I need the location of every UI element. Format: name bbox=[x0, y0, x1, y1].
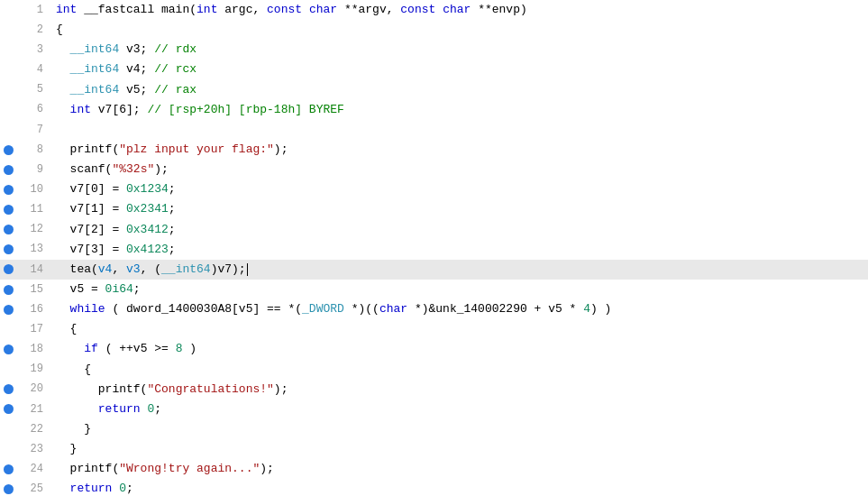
line-number: 3 bbox=[16, 40, 49, 60]
line-row: 25 return 0; bbox=[0, 479, 868, 496]
breakpoint-dot bbox=[4, 205, 14, 215]
line-number: 14 bbox=[16, 260, 49, 280]
token: ; bbox=[169, 202, 176, 216]
line-row: 24 printf("Wrong!try again..."); bbox=[0, 459, 868, 479]
line-number: 4 bbox=[16, 60, 49, 79]
line-number: 13 bbox=[16, 240, 49, 260]
code-line-content: return 0; bbox=[49, 479, 868, 496]
code-editor[interactable]: 1int __fastcall main(int argc, const cha… bbox=[0, 0, 868, 496]
line-row: 22 } bbox=[0, 419, 868, 439]
token: scanf( bbox=[56, 162, 112, 176]
token: **envp) bbox=[471, 3, 526, 16]
code-line-content: while ( dword_1400030A8[v5] == *(_DWORD … bbox=[49, 299, 868, 319]
breakpoint-col bbox=[0, 299, 16, 319]
token: 0x1234 bbox=[126, 182, 169, 196]
breakpoint-dot bbox=[4, 165, 14, 175]
line-number: 6 bbox=[16, 100, 49, 120]
line-row: 6 int v7[6]; // [rsp+20h] [rbp-18h] BYRE… bbox=[0, 100, 868, 120]
code-line-content: return 0; bbox=[49, 400, 868, 419]
line-number: 10 bbox=[16, 179, 49, 199]
line-number: 17 bbox=[16, 319, 49, 339]
breakpoint-col bbox=[0, 40, 16, 60]
token: )v7); bbox=[211, 262, 246, 276]
line-number: 25 bbox=[16, 479, 49, 496]
breakpoint-dot bbox=[4, 244, 14, 254]
breakpoint-dot bbox=[4, 384, 14, 394]
token: ); bbox=[274, 142, 288, 156]
line-number: 2 bbox=[16, 20, 49, 40]
line-row: 19 { bbox=[0, 360, 868, 380]
code-line-content: v7[2] = 0x3412; bbox=[49, 220, 868, 240]
breakpoint-dot bbox=[4, 264, 14, 274]
line-row: 8 printf("plz input your flag:"); bbox=[0, 140, 868, 160]
token: ; bbox=[133, 282, 141, 296]
breakpoint-col bbox=[0, 0, 16, 20]
line-number: 11 bbox=[16, 199, 49, 219]
line-row: 13 v7[3] = 0x4123; bbox=[0, 240, 868, 260]
token: tea( bbox=[56, 262, 98, 276]
code-line-content: printf("Congratulations!"); bbox=[49, 380, 868, 400]
line-number: 7 bbox=[16, 120, 49, 140]
line-row: 21 return 0; bbox=[0, 400, 868, 419]
token bbox=[435, 3, 443, 16]
token: } bbox=[56, 422, 91, 436]
breakpoint-col bbox=[0, 120, 16, 140]
code-line-content: printf("Wrong!try again..."); bbox=[49, 459, 868, 479]
token: __int64 bbox=[56, 83, 119, 96]
line-row: 2{ bbox=[0, 20, 868, 40]
token: *)(( bbox=[344, 302, 379, 316]
token: argc, bbox=[217, 3, 267, 16]
token: return bbox=[98, 402, 141, 416]
line-row: 20 printf("Congratulations!"); bbox=[0, 380, 868, 400]
breakpoint-col bbox=[0, 479, 16, 496]
token: v4 bbox=[98, 262, 113, 276]
token bbox=[56, 402, 98, 416]
token: ); bbox=[154, 162, 169, 176]
token: { bbox=[56, 322, 77, 335]
token: const bbox=[400, 3, 435, 16]
token: ) bbox=[182, 342, 196, 355]
token: 0x2341 bbox=[126, 202, 169, 216]
line-number: 24 bbox=[16, 459, 49, 479]
breakpoint-dot bbox=[4, 305, 14, 315]
line-row: 16 while ( dword_1400030A8[v5] == *(_DWO… bbox=[0, 299, 868, 319]
token: v4; bbox=[119, 62, 154, 76]
code-line-content: { bbox=[49, 360, 868, 380]
line-number: 16 bbox=[16, 299, 49, 319]
code-line-content: scanf("%32s"); bbox=[49, 160, 868, 179]
token: char bbox=[443, 3, 471, 16]
token: ; bbox=[154, 402, 161, 416]
line-number: 20 bbox=[16, 380, 49, 400]
token bbox=[302, 3, 309, 16]
token: char bbox=[309, 3, 337, 16]
token: __int64 bbox=[56, 42, 119, 56]
code-line-content: v7[0] = 0x1234; bbox=[49, 179, 868, 199]
line-number: 23 bbox=[16, 439, 49, 459]
code-line-content: } bbox=[49, 439, 868, 459]
line-number: 1 bbox=[16, 0, 49, 20]
breakpoint-col bbox=[0, 400, 16, 419]
token: , bbox=[112, 262, 126, 276]
token: // rcx bbox=[154, 62, 196, 76]
token: printf( bbox=[56, 382, 147, 396]
line-row: 7 bbox=[0, 120, 868, 140]
token: int bbox=[56, 3, 77, 16]
line-row: 11 v7[1] = 0x2341; bbox=[0, 199, 868, 219]
line-row: 23 } bbox=[0, 439, 868, 459]
code-lines: 1int __fastcall main(int argc, const cha… bbox=[0, 0, 868, 496]
token: } bbox=[56, 442, 77, 455]
code-line-content: __int64 v5; // rax bbox=[49, 80, 868, 100]
line-row: 18 if ( ++v5 >= 8 ) bbox=[0, 339, 868, 359]
code-line-content: v7[1] = 0x2341; bbox=[49, 199, 868, 219]
token: _DWORD bbox=[302, 302, 344, 316]
token: "Wrong!try again..." bbox=[119, 462, 260, 475]
token: 0i64 bbox=[105, 282, 133, 296]
token: "%32s" bbox=[112, 162, 154, 176]
token: if bbox=[84, 342, 98, 355]
token bbox=[56, 342, 84, 355]
line-number: 21 bbox=[16, 400, 49, 419]
token: 0x4123 bbox=[126, 243, 169, 256]
token: v7[2] = bbox=[56, 223, 126, 236]
breakpoint-dot bbox=[4, 225, 14, 234]
token: __int64 bbox=[161, 262, 211, 276]
